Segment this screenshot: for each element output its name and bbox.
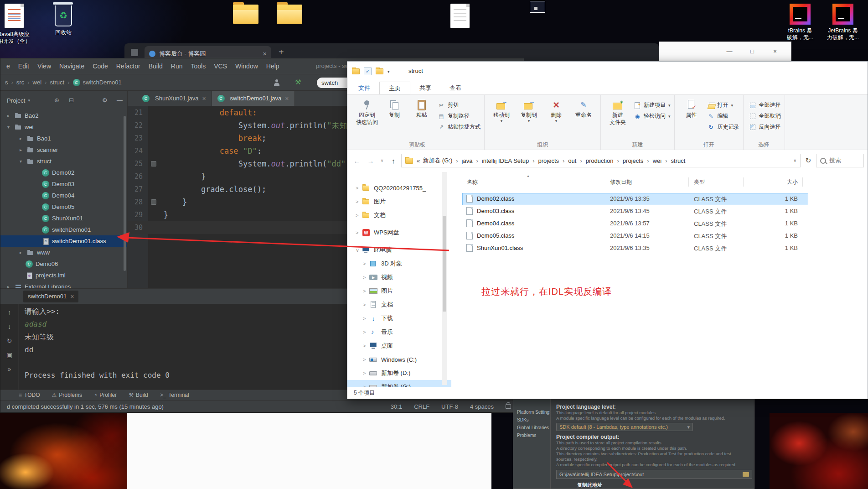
column-separator[interactable] bbox=[602, 177, 602, 187]
editor-tab[interactable]: ShunXun01.java × bbox=[137, 91, 212, 106]
console-toolbar-icon[interactable]: ↓ bbox=[8, 323, 11, 330]
sidebar-chevron-icon[interactable]: > bbox=[363, 357, 369, 362]
maximize-button[interactable]: □ bbox=[741, 48, 764, 55]
sidebar-item[interactable]: > 桌面 bbox=[347, 339, 451, 353]
ribbon-button[interactable]: 新建项目 ▾ bbox=[634, 101, 671, 109]
settings-nav-item[interactable]: SDKs bbox=[513, 416, 550, 424]
menu-item[interactable]: Code bbox=[88, 62, 112, 71]
desktop-icon-jetbrains-crack[interactable]: tBrains 暴破解，无... bbox=[780, 4, 820, 41]
settings-nav-item[interactable]: Global Libraries bbox=[513, 424, 550, 432]
project-tree-item[interactable]: Demo04 bbox=[0, 190, 127, 201]
project-tree-item[interactable]: ▸ Bao2 bbox=[0, 110, 127, 121]
sidebar-item[interactable]: > QQ202004291755_ bbox=[347, 181, 451, 195]
project-tree-item[interactable]: switchDemo01 bbox=[0, 224, 127, 235]
project-tree-item[interactable]: ▾ struct bbox=[0, 156, 127, 167]
column-separator[interactable] bbox=[743, 177, 744, 187]
close-icon[interactable]: × bbox=[70, 293, 74, 300]
console-toolbar-icon[interactable]: ↻ bbox=[7, 337, 12, 344]
project-tree-item[interactable]: projects.iml bbox=[0, 270, 127, 281]
desktop-icon-folder[interactable] bbox=[226, 5, 265, 24]
tool-window-button[interactable]: ⚠ Problems bbox=[52, 392, 82, 398]
breadcrumb-item[interactable]: wei bbox=[24, 79, 41, 86]
project-tree-item[interactable]: Demo02 bbox=[0, 167, 127, 178]
sidebar-chevron-icon[interactable]: > bbox=[363, 370, 369, 376]
file-encoding[interactable]: UTF-8 bbox=[441, 403, 458, 410]
project-tree-item[interactable]: Demo03 bbox=[0, 178, 127, 190]
ribbon-button[interactable]: 复制 bbox=[381, 96, 408, 118]
sidebar-chevron-icon[interactable]: > bbox=[363, 288, 369, 294]
project-tree-item[interactable]: switchDemo01.class bbox=[0, 235, 127, 247]
scrollbar[interactable] bbox=[442, 172, 447, 385]
sidebar-chevron-icon[interactable]: > bbox=[363, 261, 369, 266]
refresh-icon[interactable]: ↻ bbox=[802, 156, 814, 165]
breadcrumb-item[interactable]: struct bbox=[41, 79, 64, 86]
menu-item[interactable]: Run bbox=[167, 62, 187, 71]
user-profile-icon[interactable] bbox=[273, 79, 280, 86]
sidebar-item[interactable]: > 音乐 bbox=[347, 325, 451, 339]
ribbon-button[interactable]: 全部选择 bbox=[749, 101, 781, 109]
ribbon-button[interactable]: 重命名 bbox=[570, 96, 597, 118]
tool-window-button[interactable]: ≡ TODO bbox=[19, 392, 40, 398]
file-row[interactable]: Demo04.class 2021/9/6 13:57 CLASS 文件 1 K… bbox=[451, 218, 868, 230]
ribbon-button[interactable]: 复制到 ▾ bbox=[516, 96, 542, 123]
ribbon-button[interactable]: 轻松访问 ▾ bbox=[634, 112, 671, 120]
sidebar-item[interactable]: > 3D 对象 bbox=[347, 257, 451, 271]
ribbon-button[interactable]: 移动到 ▾ bbox=[488, 96, 515, 123]
sidebar-chevron-icon[interactable]: > bbox=[356, 199, 362, 204]
ribbon-tab[interactable]: 查看 bbox=[440, 82, 470, 94]
address-segment[interactable]: intellij IDEA Setup bbox=[472, 157, 529, 164]
sidebar-chevron-icon[interactable]: > bbox=[363, 343, 369, 349]
tree-chevron-icon[interactable]: ▸ bbox=[20, 250, 27, 255]
address-segment[interactable]: out bbox=[559, 157, 576, 164]
address-segment[interactable]: wei bbox=[643, 157, 661, 164]
back-button[interactable]: ← bbox=[351, 157, 363, 165]
search-input[interactable]: 搜索 bbox=[816, 154, 864, 167]
ribbon-tab[interactable]: 文件 bbox=[349, 82, 379, 94]
caret-position[interactable]: 30:1 bbox=[391, 403, 402, 410]
desktop-icon-document-selected[interactable] bbox=[518, 1, 557, 13]
ribbon-button[interactable]: 历史记录 bbox=[708, 123, 739, 131]
sidebar-chevron-icon[interactable]: > bbox=[356, 185, 362, 191]
sidebar-item[interactable]: > 新加卷 (G:) bbox=[347, 380, 451, 387]
tree-chevron-icon[interactable]: ▸ bbox=[7, 284, 15, 288]
project-tree-item[interactable]: ▸ scanner bbox=[0, 144, 127, 156]
compiler-output-path-field[interactable]: G:\java\intellij IDEA Setup\projects\out bbox=[556, 470, 752, 479]
column-header-type[interactable]: 类型 bbox=[694, 178, 705, 186]
ribbon-tab[interactable]: 主页 bbox=[379, 82, 410, 94]
menu-item[interactable]: Window bbox=[231, 62, 262, 71]
project-tree-item[interactable]: ▸ Bao1 bbox=[0, 133, 127, 144]
menu-item[interactable]: Help bbox=[262, 62, 284, 71]
tool-window-button[interactable]: ⚒ Build bbox=[129, 392, 148, 398]
sidebar-item[interactable]: > 视频 bbox=[347, 271, 451, 284]
ribbon-button[interactable]: 编辑 bbox=[708, 112, 739, 120]
settings-nav-item[interactable]: Problems bbox=[513, 432, 550, 439]
desktop-icon-document[interactable] bbox=[440, 4, 480, 28]
column-separator[interactable] bbox=[688, 177, 689, 187]
project-tree-item[interactable]: ShunXun01 bbox=[0, 213, 127, 224]
sidebar-item[interactable]: > 文档 bbox=[347, 208, 451, 222]
forward-button[interactable]: → bbox=[365, 157, 377, 165]
address-bar[interactable]: « 新加卷 (G:)javaintellij IDEA Setupproject… bbox=[401, 154, 801, 167]
project-tree-item[interactable]: ▸ External Libraries bbox=[0, 281, 127, 288]
address-overflow-icon[interactable]: « bbox=[417, 157, 420, 164]
up-button[interactable]: ↑ bbox=[388, 157, 399, 165]
gear-icon[interactable]: ⚙ bbox=[102, 97, 108, 104]
ribbon-button[interactable]: 复制路径 bbox=[438, 112, 480, 120]
project-tree-item[interactable]: Demo06 bbox=[0, 258, 127, 270]
tree-chevron-icon[interactable]: ▾ bbox=[7, 125, 15, 130]
console-toolbar-icon[interactable]: ↑ bbox=[8, 309, 11, 316]
sidebar-item[interactable]: > 图片 bbox=[347, 284, 451, 298]
menu-item[interactable]: Refactor bbox=[112, 62, 145, 71]
new-tab-button[interactable]: + bbox=[279, 47, 284, 57]
menu-item[interactable]: Edit bbox=[14, 62, 33, 71]
line-separator[interactable]: CRLF bbox=[414, 403, 429, 410]
sidebar-item[interactable]: > 下载 bbox=[347, 312, 451, 325]
ribbon-button[interactable]: 删除 ▾ bbox=[543, 96, 569, 123]
hide-panel-icon[interactable]: — bbox=[117, 97, 123, 104]
menu-item[interactable]: Tools bbox=[187, 62, 210, 71]
breadcrumb-item[interactable]: src bbox=[8, 79, 25, 86]
close-button[interactable]: × bbox=[764, 48, 786, 55]
sidebar-item[interactable]: > Windows (C:) bbox=[347, 353, 451, 366]
ribbon-button[interactable]: 属性 bbox=[678, 96, 705, 118]
desktop-icon-java8-course[interactable]: Java8高级应 用开发（全） bbox=[0, 4, 34, 45]
